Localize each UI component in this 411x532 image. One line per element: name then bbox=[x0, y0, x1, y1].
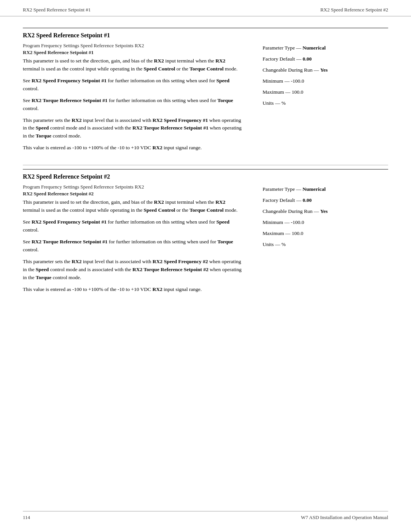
spec-factory-default: Factory Default — 0.00 bbox=[263, 54, 388, 64]
section-1-para-2: See RX2 Speed Frequency Setpoint #1 for … bbox=[23, 77, 244, 93]
section-2-breadcrumb: Program Frequency Settings Speed Referen… bbox=[23, 184, 244, 197]
spec2-maximum: Maximum — 100.0 bbox=[263, 228, 388, 238]
footer-manual-title: W7 ASD Installation and Operation Manual bbox=[301, 514, 388, 521]
footer-page-number: 114 bbox=[23, 514, 30, 521]
main-content: RX2 Speed Reference Setpoint #1 Program … bbox=[0, 16, 411, 328]
section-2-para-4: This parameter sets the RX2 input level … bbox=[23, 258, 244, 282]
spec-maximum: Maximum — 100.0 bbox=[263, 87, 388, 97]
section-1-para-5: This value is entered as -100 to +100% o… bbox=[23, 144, 244, 152]
section-2-divider bbox=[23, 169, 388, 169]
spec2-changeable: Changeable During Run — Yes bbox=[263, 206, 388, 216]
page-header: RX2 Speed Reference Setpoint #1 RX2 Spee… bbox=[0, 0, 411, 16]
section-2-para-5: This value is entered as -100 to +100% o… bbox=[23, 286, 244, 294]
spec-parameter-type: Parameter Type — Numerical bbox=[263, 43, 388, 53]
section-1-breadcrumb: Program Frequency Settings Speed Referen… bbox=[23, 43, 244, 56]
section-1-para-1: This parameter is used to set the direct… bbox=[23, 57, 244, 73]
section-1-divider bbox=[23, 28, 388, 28]
between-sections-divider bbox=[23, 165, 388, 165]
section-2-body: Program Frequency Settings Speed Referen… bbox=[23, 184, 388, 297]
section-1: RX2 Speed Reference Setpoint #1 Program … bbox=[23, 28, 388, 156]
page: RX2 Speed Reference Setpoint #1 RX2 Spee… bbox=[0, 0, 411, 532]
spec2-factory-default: Factory Default — 0.00 bbox=[263, 195, 388, 205]
spec-changeable: Changeable During Run — Yes bbox=[263, 65, 388, 75]
spec-minimum: Minimum — -100.0 bbox=[263, 76, 388, 86]
section-2-para-2: See RX2 Speed Frequency Setpoint #1 for … bbox=[23, 218, 244, 234]
section-2-title: RX2 Speed Reference Setpoint #2 bbox=[23, 173, 388, 180]
section-1-right: Parameter Type — Numerical Factory Defau… bbox=[255, 43, 388, 156]
section-1-title: RX2 Speed Reference Setpoint #1 bbox=[23, 32, 388, 39]
section-2-specs: Parameter Type — Numerical Factory Defau… bbox=[263, 184, 388, 249]
spec2-parameter-type: Parameter Type — Numerical bbox=[263, 184, 388, 194]
section-2-right: Parameter Type — Numerical Factory Defau… bbox=[255, 184, 388, 297]
page-footer: 114 W7 ASD Installation and Operation Ma… bbox=[23, 511, 388, 521]
section-1-body: Program Frequency Settings Speed Referen… bbox=[23, 43, 388, 156]
spec2-units: Units — % bbox=[263, 239, 388, 249]
spec-units: Units — % bbox=[263, 98, 388, 108]
section-1-para-3: See RX2 Torque Reference Setpoint #1 for… bbox=[23, 97, 244, 113]
section-2-para-3: See RX2 Torque Reference Setpoint #1 for… bbox=[23, 238, 244, 254]
section-1-specs: Parameter Type — Numerical Factory Defau… bbox=[263, 43, 388, 108]
section-2: RX2 Speed Reference Setpoint #2 Program … bbox=[23, 169, 388, 297]
header-right: RX2 Speed Reference Setpoint #2 bbox=[320, 7, 388, 13]
section-2-para-1: This parameter is used to set the direct… bbox=[23, 198, 244, 214]
header-left: RX2 Speed Reference Setpoint #1 bbox=[23, 7, 91, 13]
spec2-minimum: Minimum — -100.0 bbox=[263, 217, 388, 227]
section-1-left: Program Frequency Settings Speed Referen… bbox=[23, 43, 244, 156]
section-1-para-4: This parameter sets the RX2 input level … bbox=[23, 117, 244, 141]
section-2-left: Program Frequency Settings Speed Referen… bbox=[23, 184, 244, 297]
